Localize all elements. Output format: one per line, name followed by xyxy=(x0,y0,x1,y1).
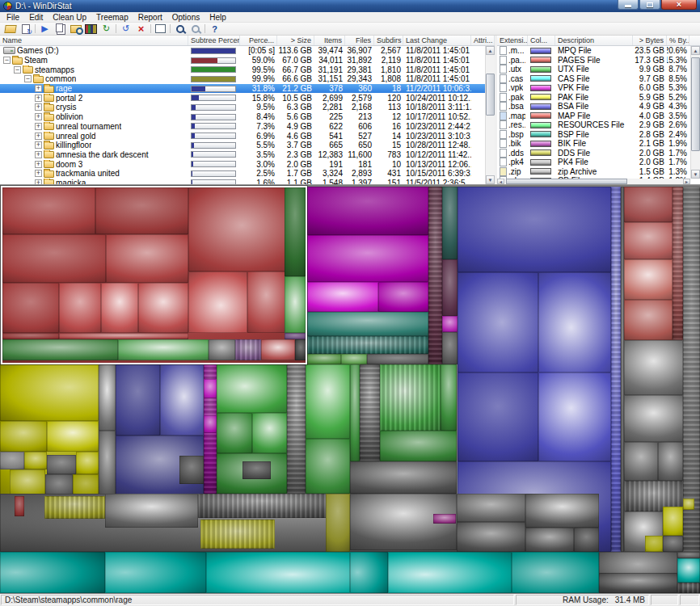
treemap-rect[interactable] xyxy=(458,187,611,272)
expand-icon[interactable]: + xyxy=(35,123,42,130)
ext-row-dds[interactable]: .ddsDDS File2.0 GB1.7% xyxy=(497,149,690,158)
collapse-icon[interactable]: − xyxy=(3,57,11,64)
help-icon[interactable]: ? xyxy=(207,23,222,35)
treemap-rect[interactable] xyxy=(44,496,105,519)
menu-treemap[interactable]: Treemap xyxy=(91,13,133,22)
treemap-rect[interactable] xyxy=(441,364,457,431)
treemap-rect[interactable] xyxy=(677,558,700,583)
treemap-rect[interactable] xyxy=(538,272,611,372)
treemap-rect[interactable] xyxy=(350,552,388,593)
treemap-rect[interactable] xyxy=(0,452,24,469)
treemap-rect[interactable] xyxy=(378,282,428,312)
menu-file[interactable]: File xyxy=(2,13,24,22)
treemap-rect[interactable] xyxy=(611,187,621,552)
menu-report[interactable]: Report xyxy=(133,13,167,22)
treemap-rect[interactable] xyxy=(204,415,217,433)
scroll-up-icon[interactable]: ▲ xyxy=(486,46,495,55)
treemap-rect[interactable] xyxy=(307,282,378,312)
treemap-rect[interactable] xyxy=(105,494,198,528)
treemap-rect[interactable] xyxy=(204,379,217,398)
tree-row-trackmania-united[interactable]: +trackmania united2.5%1.7 GB3,3242,89343… xyxy=(0,169,485,179)
treemap-rect[interactable] xyxy=(105,552,206,593)
treemap-rect[interactable] xyxy=(307,312,428,336)
expand-icon[interactable]: + xyxy=(35,113,42,120)
extension-horizontal-scrollbar[interactable]: ◄ ► xyxy=(497,179,690,184)
col-header-items[interactable]: Items xyxy=(314,36,345,45)
col-header-last-change[interactable]: Last Change xyxy=(403,36,471,45)
treemap-rect[interactable] xyxy=(24,452,47,469)
copy-icon[interactable] xyxy=(53,23,68,35)
scroll-right-icon[interactable]: ► xyxy=(683,179,690,184)
menu-help[interactable]: Help xyxy=(205,13,231,22)
treemap-rect[interactable] xyxy=(341,354,367,364)
directory-vertical-scrollbar[interactable]: ▲ ▼ xyxy=(485,46,495,184)
close-button[interactable]: × xyxy=(661,0,697,10)
tree-row-crysis[interactable]: +crysis9.5%6.3 GB2,2812,16811310/18/2011… xyxy=(0,103,485,112)
treemap-rect[interactable] xyxy=(624,259,673,300)
treemap-rect[interactable] xyxy=(206,552,350,593)
treemap-rect[interactable] xyxy=(306,364,350,439)
treemap-rect[interactable] xyxy=(99,364,116,431)
expand-icon[interactable]: + xyxy=(35,141,42,149)
ext-row-pak[interactable]: .pakPAK File5.9 GB5.2% xyxy=(497,93,690,103)
ext-row-utx[interactable]: .utxUTX File9.9 GB8.7% xyxy=(497,65,690,74)
treemap-rect[interactable] xyxy=(198,494,327,518)
ext-row-pk4[interactable]: .pk4PK4 File2.0 GB1.7% xyxy=(497,158,690,167)
treemap-zoom-icon[interactable] xyxy=(83,23,99,35)
tree-row-common[interactable]: −common99.9%66.6 GB31,15129,3431,80811/8… xyxy=(0,74,485,84)
treemap-rect[interactable] xyxy=(645,536,663,552)
col-header-perce[interactable]: Perce... xyxy=(240,36,277,45)
scroll-down-icon[interactable]: ▼ xyxy=(486,175,495,184)
treemap-rect[interactable] xyxy=(624,442,658,481)
treemap-rect[interactable] xyxy=(673,187,683,340)
treemap-rect[interactable] xyxy=(307,336,428,354)
tree-row-steamapps[interactable]: −steamapps99.5%66.7 GB31,19129,3811,8101… xyxy=(0,65,485,74)
recycle-icon[interactable]: ↺ xyxy=(118,23,133,35)
treemap-rect[interactable] xyxy=(458,372,538,461)
treemap-rect[interactable] xyxy=(307,354,341,364)
treemap-rect[interactable] xyxy=(350,364,360,461)
treemap-rect[interactable] xyxy=(306,439,350,494)
ext-row-vpk[interactable]: .vpkVPK File6.0 GB5.3% xyxy=(497,83,690,93)
treemap-rect[interactable] xyxy=(457,494,525,522)
treemap-rect[interactable] xyxy=(200,520,275,549)
treemap-rect[interactable] xyxy=(663,507,683,536)
treemap-rect[interactable] xyxy=(380,431,457,461)
treemap-rect[interactable] xyxy=(658,442,683,481)
treemap-rect[interactable] xyxy=(624,395,683,442)
expand-icon[interactable]: + xyxy=(35,161,42,168)
delete-icon[interactable]: × xyxy=(133,23,149,35)
ext-row-cas[interactable]: .casCAS File9.7 GB8.5% xyxy=(497,74,690,84)
ext-row-bsp[interactable]: .bspBSP File2.8 GB2.4% xyxy=(497,130,690,140)
ext-row-bik[interactable]: .bikBIK File2.1 GB1.9% xyxy=(497,139,690,149)
tree-row-unreal-gold[interactable]: +unreal gold6.9%4.6 GB5415271410/23/2011… xyxy=(0,131,485,141)
treemap-rect[interactable] xyxy=(242,461,271,479)
col-header-extensi[interactable]: Extensi... xyxy=(497,36,528,45)
treemap-rect[interactable] xyxy=(677,583,700,593)
treemap-rect[interactable] xyxy=(512,552,599,593)
treemap-rect[interactable] xyxy=(683,499,694,510)
menu-clean-up[interactable]: Clean Up xyxy=(48,13,91,22)
col-header-by[interactable]: % By... xyxy=(667,36,689,45)
scroll-up-icon[interactable]: ▲ xyxy=(691,46,700,55)
treemap-rect[interactable] xyxy=(683,187,700,552)
extension-vertical-scrollbar[interactable]: ▲ ▼ xyxy=(690,46,700,179)
menu-options[interactable]: Options xyxy=(167,13,205,22)
tree-row-amnesia-the-dark-descent[interactable]: +amnesia the dark descent3.5%2.3 GB12,38… xyxy=(0,150,485,160)
scroll-left-icon[interactable]: ◄ xyxy=(497,179,504,184)
treemap-view[interactable] xyxy=(0,184,700,594)
scrollbar-thumb[interactable] xyxy=(486,74,495,116)
treemap-rect[interactable] xyxy=(0,364,99,421)
expand-icon[interactable]: + xyxy=(35,95,42,102)
ext-row-m[interactable]: .m...MPQ File23.5 GB20.6% xyxy=(497,46,690,56)
ext-row-map[interactable]: .mapMAP File4.0 GB3.5% xyxy=(497,112,690,121)
expand-icon[interactable]: + xyxy=(35,103,42,111)
col-header-subtree-percent[interactable]: Subtree Percent... xyxy=(188,36,240,45)
ext-row-pa[interactable]: .pa...PAGES File17.3 GB15.3% xyxy=(497,56,690,65)
col-header-name[interactable]: Name xyxy=(0,36,188,45)
col-header-files[interactable]: Files xyxy=(345,36,374,45)
treemap-rect[interactable] xyxy=(380,364,441,431)
treemap-rect[interactable] xyxy=(252,413,287,453)
treemap-rect[interactable] xyxy=(538,372,611,461)
expand-icon[interactable]: + xyxy=(35,85,42,92)
